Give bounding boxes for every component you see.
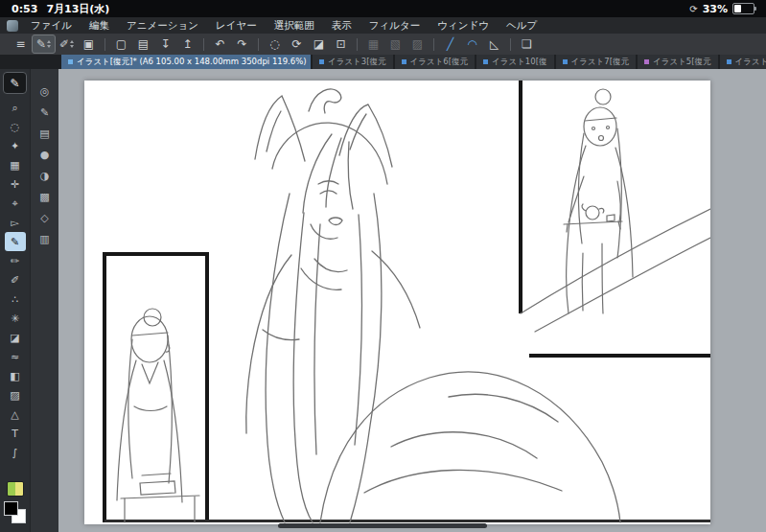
palette-bar-icon: ◎ bbox=[40, 85, 50, 98]
palette-bar-button[interactable]: ▥ bbox=[35, 228, 56, 249]
toolbar-button[interactable]: ◌ bbox=[264, 35, 286, 53]
toolbar-button[interactable]: ✐ bbox=[56, 35, 78, 53]
tool-icon: ≈ bbox=[11, 351, 19, 363]
tool-button[interactable]: ▦ bbox=[5, 155, 26, 174]
tool-icon: ⌕ bbox=[12, 102, 17, 114]
tool-icon: ▦ bbox=[10, 159, 19, 172]
toolbar-button-icon: ✐ bbox=[59, 37, 69, 51]
palette-bar-button[interactable]: ◇ bbox=[35, 207, 56, 228]
menu-item[interactable]: レイヤー bbox=[207, 17, 266, 34]
menu-item[interactable]: フィルター bbox=[360, 17, 429, 34]
document-tab[interactable]: イラスト5[復元 bbox=[638, 55, 718, 69]
tool-icon: ✳ bbox=[11, 312, 19, 325]
toolbar-button[interactable]: ▨ bbox=[406, 35, 429, 53]
toolbar-button[interactable]: ↷ bbox=[231, 35, 253, 53]
toolbar-button[interactable]: ⊡ bbox=[330, 35, 352, 53]
menu-item[interactable]: アニメーション bbox=[118, 17, 207, 34]
document-tab[interactable]: イラスト[復元]* (A6 105.00 x 148.00mm 350dpi 1… bbox=[61, 55, 311, 69]
tab-status-dot-icon bbox=[319, 59, 324, 64]
tab-label: イラスト2[復元 bbox=[735, 57, 766, 68]
color-swatches bbox=[4, 501, 27, 524]
tool-icon: ◌ bbox=[11, 121, 20, 133]
toolbar-button[interactable]: ◪ bbox=[308, 35, 330, 53]
document-tab[interactable]: イラスト7[復元 bbox=[556, 55, 637, 69]
toolbar-button[interactable]: ↥ bbox=[176, 35, 198, 53]
tool-icon: ✦ bbox=[11, 140, 19, 152]
palette-bar-button[interactable]: ▤ bbox=[35, 123, 56, 144]
home-indicator[interactable] bbox=[278, 523, 487, 528]
toolbar-button[interactable]: ╱ bbox=[439, 35, 461, 53]
tool-button[interactable]: T bbox=[5, 424, 26, 443]
toolbar-button[interactable]: ↶ bbox=[209, 35, 231, 53]
canvas[interactable] bbox=[84, 81, 710, 524]
color-set-icon[interactable] bbox=[7, 481, 24, 497]
menu-item[interactable]: 編集 bbox=[81, 17, 118, 34]
stepper-chevrons-icon[interactable] bbox=[47, 40, 51, 48]
tab-label: イラスト10[復 bbox=[492, 57, 546, 68]
tool-button[interactable]: ≈ bbox=[5, 347, 26, 366]
palette-bar-button[interactable]: ◎ bbox=[35, 81, 56, 102]
tool-button[interactable]: ✦ bbox=[5, 136, 26, 155]
tab-status-dot-icon bbox=[68, 59, 73, 64]
toolbar-button bbox=[203, 38, 204, 51]
toolbar-button-icon: ⊡ bbox=[336, 37, 345, 51]
toolbar-button[interactable]: ◠ bbox=[461, 35, 483, 53]
toolbar-button[interactable]: ✎ bbox=[32, 35, 56, 54]
tool-button[interactable]: ✎ bbox=[5, 232, 26, 251]
menu-item[interactable]: ヘルプ bbox=[498, 17, 545, 34]
tool-button[interactable]: △ bbox=[5, 405, 26, 424]
tool-button[interactable]: ∴ bbox=[5, 289, 26, 309]
menu-item[interactable]: 選択範囲 bbox=[266, 17, 323, 34]
tool-button[interactable]: ◪ bbox=[5, 328, 26, 347]
current-tool-indicator[interactable]: ✎ bbox=[3, 72, 27, 94]
tool-button[interactable]: ✳ bbox=[5, 309, 26, 328]
tool-button[interactable]: ⌕ bbox=[5, 98, 26, 117]
tool-palette: ✎ ⌕ ◌ ✦ ▦ ✛ ⌖ ▻ ✎ ✏ ✐ ∴ ✳ ◪ ≈ ◧ bbox=[0, 69, 30, 532]
menu-item[interactable]: ファイル bbox=[22, 17, 81, 34]
palette-bar-button[interactable]: ● bbox=[35, 144, 56, 165]
document-tab[interactable]: イラスト6[復元 bbox=[395, 55, 476, 69]
tool-icon: ✎ bbox=[11, 236, 19, 248]
color-zone bbox=[4, 481, 27, 524]
palette-bar-icon: ▩ bbox=[39, 191, 49, 203]
clip-studio-logo-icon[interactable] bbox=[7, 20, 18, 32]
status-time: 0:53 bbox=[12, 3, 37, 15]
tool-button[interactable]: ▨ bbox=[5, 385, 26, 405]
command-toolbar: ≡ ✎ ✐ ▣ ▢ ▤ ↧ ↥ ↶ ↷ ◌ ⟳ ◪ bbox=[0, 34, 766, 55]
stepper-chevrons-icon[interactable] bbox=[70, 40, 74, 48]
tool-button[interactable]: ◌ bbox=[5, 117, 26, 136]
toolbar-button[interactable]: ❏ bbox=[516, 35, 538, 53]
main-color-swatch[interactable] bbox=[4, 501, 18, 516]
toolbar-button[interactable]: ≡ bbox=[10, 35, 32, 53]
toolbar-button[interactable]: ▣ bbox=[78, 35, 100, 53]
palette-bar-button[interactable]: ✎ bbox=[35, 102, 56, 123]
toolbar-button[interactable]: ▤ bbox=[132, 35, 154, 53]
toolbar-button-icon: ▧ bbox=[390, 37, 401, 51]
toolbar-button[interactable]: ◺ bbox=[483, 35, 505, 53]
tool-button[interactable]: ▻ bbox=[5, 213, 26, 232]
toolbar-button[interactable]: ⟳ bbox=[286, 35, 308, 53]
tool-icon: ✛ bbox=[11, 178, 19, 191]
menu-item[interactable]: ウィンドウ bbox=[429, 17, 498, 34]
toolbar-button[interactable]: ↧ bbox=[154, 35, 176, 53]
tool-button[interactable]: ✏ bbox=[5, 251, 26, 270]
tool-icon: ▨ bbox=[10, 389, 19, 402]
canvas-area bbox=[58, 69, 766, 532]
menu-item[interactable]: 表示 bbox=[323, 17, 360, 34]
palette-bar-button[interactable]: ◑ bbox=[35, 165, 56, 186]
document-tab[interactable]: イラスト2[復元 bbox=[720, 55, 766, 69]
toolbar-button[interactable]: ▦ bbox=[362, 35, 384, 53]
document-tab[interactable]: イラスト3[復元 bbox=[313, 55, 393, 69]
toolbar-button-icon: ≡ bbox=[15, 37, 25, 51]
tool-button[interactable]: ✛ bbox=[5, 174, 26, 194]
palette-bar-button[interactable]: ▩ bbox=[35, 186, 56, 207]
tool-button[interactable]: ⌖ bbox=[5, 194, 26, 213]
toolbar-button[interactable]: ▢ bbox=[110, 35, 132, 53]
tool-button[interactable]: ∫ bbox=[5, 443, 26, 462]
tool-button[interactable]: ◧ bbox=[5, 366, 26, 385]
palette-bar-icon: ◑ bbox=[40, 170, 50, 182]
document-tab[interactable]: イラスト10[復 bbox=[476, 55, 553, 69]
tool-button[interactable]: ✐ bbox=[5, 270, 26, 289]
toolbar-button[interactable]: ▧ bbox=[384, 35, 406, 53]
toolbar-button bbox=[357, 38, 358, 51]
